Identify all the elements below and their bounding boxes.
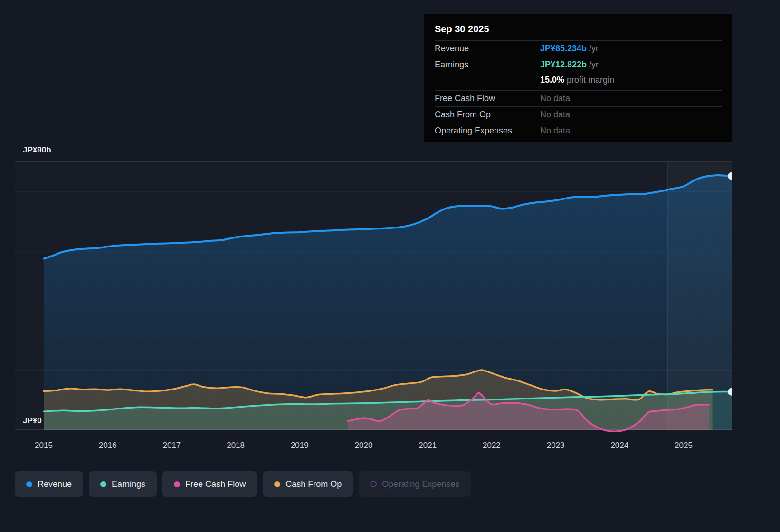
legend-item-revenue[interactable]: Revenue [15,471,83,497]
legend-label-earnings: Earnings [112,479,145,489]
operating-expenses-series-ring-icon [370,481,377,487]
tooltip-opex-value: No data [540,126,570,136]
x-axis-label-2020: 2020 [355,441,373,450]
tooltip-cash-from-op-label: Cash From Op [435,110,540,120]
legend-item-earnings[interactable]: Earnings [89,471,157,497]
x-axis-label-2023: 2023 [547,441,565,450]
cash-from-op-series-dot-icon [274,481,280,487]
x-axis-label-2018: 2018 [227,441,245,450]
x-axis-label-2024: 2024 [610,441,628,450]
tooltip-earnings-value: JP¥12.822b /yr [540,60,599,70]
chart-page: Sep 30 2025 Revenue JP¥85.234b /yr Earni… [0,0,780,532]
legend-label-operating-expenses: Operating Expenses [382,479,459,489]
tooltip-date: Sep 30 2025 [435,20,722,40]
earnings-end-marker [728,388,735,396]
timeseries-chart[interactable]: 2015201620172018201920202021202220232024… [0,147,780,461]
x-axis-label-2019: 2019 [291,441,309,450]
tooltip-revenue-label: Revenue [435,44,540,54]
chart-tooltip: Sep 30 2025 Revenue JP¥85.234b /yr Earni… [424,14,732,142]
legend-label-cash-from-op: Cash From Op [285,479,342,489]
tooltip-row-revenue: Revenue JP¥85.234b /yr [435,40,722,57]
x-axis-label-2022: 2022 [483,441,501,450]
legend-item-free-cash-flow[interactable]: Free Cash Flow [162,471,257,497]
chart-legend: Revenue Earnings Free Cash Flow Cash Fro… [15,471,471,497]
tooltip-fcf-label: Free Cash Flow [435,94,540,104]
legend-item-cash-from-op[interactable]: Cash From Op [263,471,353,497]
tooltip-fcf-value: No data [540,94,570,104]
tooltip-row-earnings: Earnings JP¥12.822b /yr [435,57,722,73]
revenue-end-marker [728,172,735,180]
tooltip-profit-margin: 15.0% profit margin [540,75,614,85]
tooltip-row-profit-margin: 15.0% profit margin [435,72,722,90]
tooltip-earnings-label: Earnings [435,60,540,70]
legend-label-revenue: Revenue [38,479,72,489]
x-axis-label-2021: 2021 [419,441,437,450]
tooltip-cash-from-op-value: No data [540,110,570,120]
earnings-series-dot-icon [100,481,106,487]
legend-item-operating-expenses[interactable]: Operating Expenses [359,471,471,497]
free-cash-flow-series-dot-icon [174,481,180,487]
x-axis-label-2017: 2017 [162,441,181,450]
tooltip-revenue-value: JP¥85.234b /yr [540,44,599,54]
tooltip-row-operating-expenses: Operating Expenses No data [435,123,722,139]
tooltip-row-free-cash-flow: Free Cash Flow No data [435,90,722,106]
x-axis-label-2015: 2015 [35,441,53,450]
legend-label-free-cash-flow: Free Cash Flow [185,479,246,489]
tooltip-opex-label: Operating Expenses [435,126,540,136]
tooltip-row-cash-from-op: Cash From Op No data [435,106,722,123]
x-axis-label-2025: 2025 [675,441,693,450]
x-axis-label-2016: 2016 [99,441,117,450]
revenue-series-dot-icon [26,481,32,487]
